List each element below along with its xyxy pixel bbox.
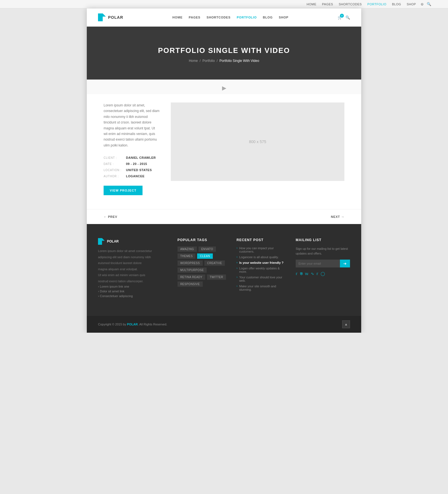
about-line-4: magna aliquam erat volutpat. [98, 267, 169, 272]
recent-post-5[interactable]: › Your customer should love your web. [237, 276, 287, 282]
footer-logo: POLAR [98, 238, 169, 245]
tag-creative[interactable]: Creative [204, 260, 225, 266]
tag-envato[interactable]: Envato [199, 246, 216, 252]
recent-post-3[interactable]: › Is your website user friendly ? [237, 261, 287, 264]
footer-link-2[interactable]: › Dolor sit amet link [98, 290, 169, 293]
hero-section: PORTFOLIO SINGLE WITH VIDEO Home / Portf… [87, 27, 361, 80]
footer-link-1[interactable]: › Lorem ipsum link one [98, 285, 169, 288]
nav-blog[interactable]: BLOG [263, 16, 273, 19]
nav-portfolio[interactable]: PORTFOLIO [237, 16, 256, 19]
breadcrumb-portfolio[interactable]: Portfolio [202, 59, 215, 63]
nav-shop[interactable]: SHOP [279, 16, 288, 19]
copyright: Copyright © 2015 by POLAR. All Rights Re… [98, 323, 167, 326]
meta-table: CLIENT : DANIEL CRAWLER DATE : 09 - 20 -… [104, 156, 160, 178]
tag-retina[interactable]: Retina Ready [178, 274, 205, 280]
main-nav[interactable]: HOME PAGES SHORTCODES PORTFOLIO BLOG SHO… [172, 16, 288, 19]
search-icon[interactable]: 🔍 [346, 15, 350, 20]
site-footer: POLAR Lorem ipsum dolor sit amet consect… [87, 224, 361, 316]
location-value: UNITED STATES [126, 168, 152, 172]
social-google[interactable]: 𝕨 [305, 271, 309, 276]
user-icon[interactable]: ☺ [420, 2, 424, 6]
popular-tags-title: POPULAR TAGS [178, 238, 228, 242]
footer-recent-posts-col: RECENT POST › How you can impact your cu… [237, 238, 287, 299]
social-facebook[interactable]: 𝕣 [316, 271, 318, 276]
top-nav-shortcodes[interactable]: SHORTCODES [339, 3, 362, 6]
email-submit-button[interactable]: ➔ [340, 260, 350, 267]
meta-date-row: DATE : 09 - 20 - 2015 [104, 162, 160, 166]
footer-social-links: 𝕣 𝕭 𝕨 ∿ 𝕣 ◯ [296, 271, 350, 276]
breadcrumb: Home / Portfolio / Portfolio Single With… [98, 59, 350, 63]
top-nav-portfolio[interactable]: PORTFOLIO [367, 3, 386, 6]
footer-mailing-col: MAILING LIST Sign up for our mailing lis… [296, 238, 350, 299]
top-nav-home[interactable]: HOME [307, 3, 316, 6]
top-bar: HOME PAGES SHORTCODES PORTFOLIO BLOG SHO… [0, 0, 448, 8]
about-line-6: nostrud exerci tation ullamcorper. [98, 279, 169, 284]
tag-responsive[interactable]: Responsive [178, 281, 203, 287]
tag-clean[interactable]: Clean [197, 253, 213, 259]
recent-post-title: RECENT POST [237, 238, 287, 242]
site-logo[interactable]: POLAR [98, 13, 123, 21]
breadcrumb-current: Portfolio Single With Video [220, 59, 259, 63]
footer-bottom: Copyright © 2015 by POLAR. All Rights Re… [87, 316, 361, 333]
email-form: ➔ [296, 260, 350, 267]
pagination-bar: ← PREV NEXT → [87, 209, 361, 224]
post-text-5: Your customer should love your web. [239, 276, 287, 282]
post-text-3: Is your website user friendly ? [239, 261, 283, 264]
video-indicator: ▶ [87, 80, 361, 94]
post-arrow-1: › [237, 246, 237, 250]
social-pinterest[interactable]: 𝕭 [300, 271, 303, 276]
top-nav-blog[interactable]: BLOG [392, 3, 401, 6]
social-rss[interactable]: ∿ [311, 271, 314, 276]
social-twitter[interactable]: 𝕣 [296, 271, 298, 276]
post-arrow-4: › [237, 267, 237, 270]
mailing-desc: Sign up for our mailing list to get late… [296, 246, 350, 256]
meta-author-row: AUTHOR : LOGANCEE [104, 174, 160, 178]
breadcrumb-home[interactable]: Home [189, 59, 198, 63]
next-button[interactable]: NEXT → [331, 215, 344, 218]
top-nav[interactable]: HOME PAGES SHORTCODES PORTFOLIO BLOG SHO… [307, 3, 416, 6]
meta-location-row: LOCATION : UNITED STATES [104, 168, 160, 172]
location-label: LOCATION : [104, 168, 126, 172]
tag-themes[interactable]: Themes [178, 253, 196, 259]
cart-icon-wrap[interactable]: 🛒 0 [338, 15, 342, 20]
video-placeholder[interactable]: 800 x 575 [171, 102, 344, 181]
author-label: AUTHOR : [104, 174, 126, 178]
tag-multipurpose[interactable]: Multipurpose [178, 267, 207, 273]
recent-post-4[interactable]: › Logan offer weekly updates & more. [237, 267, 287, 273]
footer-logo-icon [98, 238, 105, 245]
post-arrow-6: › [237, 285, 237, 288]
search-icon-top[interactable]: 🔍 [427, 2, 431, 6]
recent-post-6[interactable]: › Make your site smooth and stunning. [237, 285, 287, 291]
copyright-brand: POLAR [127, 323, 138, 326]
footer-logo-text: POLAR [107, 239, 119, 243]
tag-wordpress[interactable]: Wordpress [178, 260, 203, 266]
play-icon[interactable]: ▶ [222, 85, 226, 91]
cart-badge: 0 [340, 14, 344, 18]
tag-twitter[interactable]: Twitter [207, 274, 226, 280]
author-value: LOGANCEE [126, 174, 144, 178]
tags-grid: Amazing Envato Themes Clean Wordpress Cr… [178, 246, 228, 287]
view-project-button[interactable]: VIEW PROJECT [104, 186, 143, 195]
nav-home[interactable]: HOME [172, 16, 183, 19]
recent-post-1[interactable]: › How you can impact your customers. [237, 246, 287, 253]
nav-pages[interactable]: PAGES [189, 16, 200, 19]
prev-button[interactable]: ← PREV [104, 215, 117, 218]
back-to-top-button[interactable]: ▲ [342, 320, 350, 328]
portfolio-content: Lorem ipsum dolor sit amet, consectetuer… [87, 94, 361, 209]
footer-links: › Lorem ipsum link one › Dolor sit amet … [98, 285, 169, 298]
page-wrapper: POLAR HOME PAGES SHORTCODES PORTFOLIO BL… [87, 8, 361, 333]
video-dimensions: 800 x 575 [249, 139, 266, 144]
email-input[interactable] [296, 260, 340, 267]
top-nav-shop[interactable]: SHOP [407, 3, 416, 6]
date-value: 09 - 20 - 2015 [126, 162, 147, 166]
tag-amazing[interactable]: Amazing [178, 246, 197, 252]
footer-link-3[interactable]: › Consectetuer adipiscing [98, 294, 169, 298]
top-nav-pages[interactable]: PAGES [322, 3, 333, 6]
social-instagram[interactable]: ◯ [321, 271, 325, 276]
nav-shortcodes[interactable]: SHORTCODES [207, 16, 231, 19]
footer-grid: POLAR Lorem ipsum dolor sit amet consect… [98, 238, 350, 299]
about-line-5: Ut wisi enim ad minim veniam quis [98, 273, 169, 278]
recent-post-2[interactable]: › Logancee is all about quality. [237, 255, 287, 259]
hero-title: PORTFOLIO SINGLE WITH VIDEO [98, 46, 350, 55]
post-text-2: Logancee is all about quality. [239, 255, 279, 259]
